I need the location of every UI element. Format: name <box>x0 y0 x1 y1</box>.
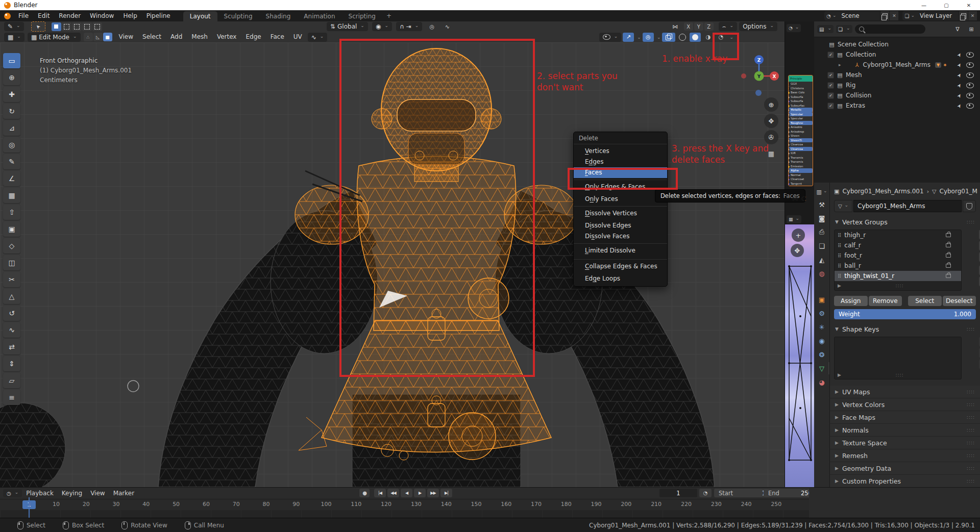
workspace-tab[interactable]: Animation <box>297 11 341 21</box>
image-zoom-icon[interactable]: + <box>792 229 805 242</box>
maximize-button[interactable]: ▢ <box>935 0 958 10</box>
select-intersect-button[interactable] <box>92 22 102 31</box>
current-frame-field[interactable]: 1 <box>659 489 697 497</box>
delete-menu-item[interactable]: Dissolve Vertices <box>574 206 667 220</box>
solid-shading-button[interactable] <box>690 33 701 42</box>
tool-button[interactable]: ◎ <box>3 137 20 153</box>
properties-tab[interactable]: ◍ <box>815 267 828 280</box>
outliner-row[interactable]: ▤ Collision ➤ <box>814 90 980 100</box>
outliner-row[interactable]: ▤ Mesh ➤ <box>814 70 980 80</box>
camera-view-icon[interactable]: ✇ <box>764 130 778 144</box>
workspace-tab[interactable]: Shading <box>259 11 298 21</box>
zoom-icon[interactable]: ⊕ <box>764 97 778 112</box>
new-collection-button[interactable]: ⊞ <box>966 24 977 34</box>
timeline-track[interactable] <box>0 510 809 518</box>
tool-button[interactable]: ◇ <box>3 238 20 254</box>
mirror-axis-button[interactable]: X <box>684 22 693 31</box>
delete-menu-item[interactable]: Dissolve Edges <box>574 220 667 231</box>
scene-selector[interactable]: ◔ Scene ✕ <box>824 11 898 20</box>
tool-button[interactable]: ∿ <box>3 322 20 338</box>
unlink-scene-button[interactable]: ✕ <box>889 11 898 20</box>
new-view-layer-button[interactable] <box>959 11 968 20</box>
viewport-menu-item[interactable]: Face <box>266 32 289 42</box>
viewport-menu-item[interactable]: Vertex <box>212 32 241 42</box>
lock-icon[interactable] <box>946 233 951 237</box>
tool-button[interactable]: ⊕ <box>3 70 20 85</box>
remove-button[interactable]: Remove <box>869 296 902 306</box>
selectable-toggle-icon[interactable]: ➤ <box>955 103 963 109</box>
select-button[interactable]: Select <box>908 296 942 306</box>
outliner-row[interactable]: ▤ Rig ➤ <box>814 80 980 90</box>
vertex-group-row[interactable]: thigh_r <box>835 230 961 240</box>
delete-menu-item[interactable]: Edge Loops <box>574 273 667 284</box>
selectable-toggle-icon[interactable]: ➤ <box>955 52 963 58</box>
tool-button[interactable]: ↺ <box>3 306 20 321</box>
menu-item[interactable]: Edit <box>33 10 54 21</box>
lock-icon[interactable] <box>946 254 951 258</box>
vertex-group-row[interactable]: calf_r <box>835 240 961 250</box>
properties-tab[interactable]: ◉ <box>815 335 828 347</box>
tool-button[interactable]: ⇕ <box>3 356 20 371</box>
tool-button[interactable]: ✂ <box>3 272 20 287</box>
menu-item[interactable]: File <box>14 10 33 21</box>
select-subtract-button[interactable] <box>72 22 82 31</box>
outliner-search-input[interactable] <box>855 24 925 34</box>
assign-button[interactable]: Assign <box>834 296 868 306</box>
properties-tab[interactable]: ▽ <box>814 362 829 374</box>
timeline-menu-item[interactable]: Marker <box>109 490 138 497</box>
weight-slider[interactable]: Weight 1.000 <box>834 309 976 319</box>
panel-grip[interactable]: :::: <box>967 466 975 471</box>
collection-checkbox[interactable] <box>827 52 834 58</box>
viewport-menu-item[interactable]: UV <box>289 32 307 42</box>
use-preview-range-button[interactable]: ◔ <box>699 489 712 497</box>
selectable-toggle-icon[interactable]: ➤ <box>955 72 963 79</box>
panel-grip[interactable]: :::: <box>967 415 975 420</box>
overlays-dropdown[interactable] <box>655 32 661 42</box>
panel-grip[interactable]: :::: <box>967 402 975 407</box>
menu-item[interactable]: Render <box>54 10 85 21</box>
outliner-row[interactable]: ⅄ Cyborg01_Mesh_Arms ▼✶ ➤ <box>814 60 980 70</box>
proportional-edit-button[interactable]: ◎ <box>426 22 437 31</box>
timeline-ruler[interactable]: 1020304050607080901001101201301401501601… <box>0 499 809 511</box>
delete-menu-item[interactable]: Limited Dissolve <box>574 243 667 258</box>
tool-button[interactable]: ✚ <box>3 87 20 102</box>
selectable-toggle-icon[interactable]: ➤ <box>955 62 963 68</box>
image-editor-type-dropdown[interactable]: ▦ <box>787 215 801 223</box>
tool-button[interactable]: ⇧ <box>3 205 20 220</box>
timeline-menu-item[interactable]: Playback <box>22 490 58 497</box>
select-set-button[interactable] <box>52 22 61 31</box>
properties-tab[interactable]: ❏ <box>815 240 828 252</box>
pan-hand-icon[interactable]: ✥ <box>764 114 778 128</box>
delete-menu-item[interactable]: Dissolve Faces <box>574 231 667 242</box>
vertex-group-row[interactable]: ball_r <box>835 261 961 271</box>
collection-checkbox[interactable] <box>827 72 834 79</box>
property-section-header[interactable]: ▶ Custom Properties :::: <box>830 475 980 488</box>
delete-menu-item[interactable]: Vertices <box>574 146 667 157</box>
vertex-group-row[interactable]: thigh_twist_01_r <box>835 271 961 281</box>
playhead-line[interactable] <box>29 497 30 518</box>
close-button[interactable]: ✕ <box>958 0 980 10</box>
tool-button[interactable]: ▦ <box>3 188 20 203</box>
delete-menu-item[interactable]: Edges <box>574 157 667 167</box>
transform-orientation-dropdown[interactable]: ⇅Global <box>327 22 368 31</box>
xray-toggle-button[interactable] <box>662 33 675 42</box>
outliner-row[interactable]: ▤ Scene Collection ➤ <box>814 39 980 49</box>
collection-checkbox[interactable] <box>827 82 834 89</box>
falloff-dropdown[interactable]: ⌢ <box>719 22 737 31</box>
wireframe-shading-button[interactable] <box>677 33 688 42</box>
frame-start-field[interactable]: Start1 <box>714 489 770 497</box>
editor-type-dropdown[interactable]: ▦ <box>4 33 24 42</box>
vertex-select-button[interactable]: ∴ <box>84 33 93 41</box>
hide-toggle-eye-icon[interactable] <box>966 93 974 98</box>
workspace-tab[interactable]: Sculpting <box>217 11 259 21</box>
transport-button[interactable]: ◀◀ <box>387 489 399 497</box>
fake-user-button[interactable] <box>963 200 976 212</box>
vertex-groups-panel-header[interactable]: ▼ Vertex Groups :::: <box>830 216 980 227</box>
select-invert-button[interactable] <box>82 22 92 31</box>
panel-grip[interactable]: :::: <box>967 478 975 484</box>
workspace-tab[interactable]: Scripting <box>342 11 382 21</box>
transport-button[interactable]: |◀ <box>374 489 386 497</box>
collection-checkbox[interactable] <box>827 92 834 99</box>
property-section-header[interactable]: ▶ Normals :::: <box>830 424 980 437</box>
mirror-axis-button[interactable]: Z <box>704 22 714 31</box>
